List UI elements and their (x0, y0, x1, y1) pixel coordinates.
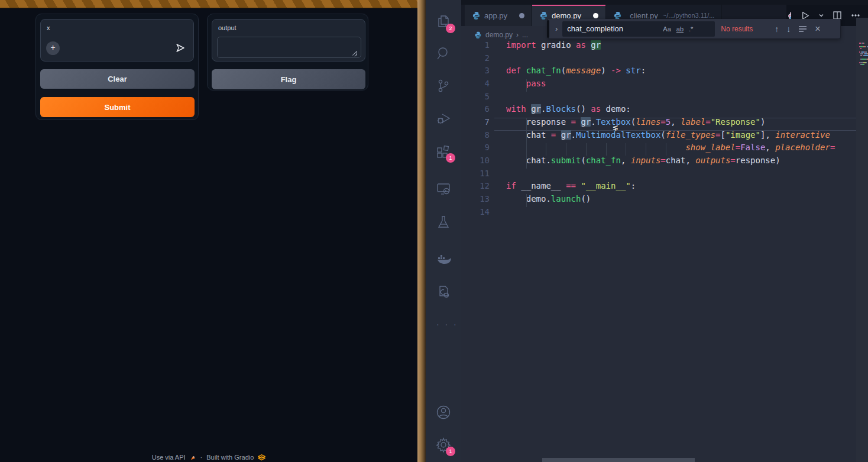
output-label: output (218, 24, 237, 31)
tab-app-py[interactable]: app.py (465, 5, 532, 26)
minimap-line (859, 57, 868, 58)
line-number: 7 (461, 117, 490, 130)
output-textarea[interactable] (217, 37, 361, 58)
find-input-box: Aa ab .* (562, 21, 715, 37)
code-line[interactable] (506, 169, 856, 182)
whole-word-button[interactable]: ab (676, 25, 684, 33)
resize-handle-icon[interactable] (352, 51, 357, 56)
python-icon (474, 31, 482, 39)
indent-guide (606, 143, 607, 156)
horizontal-scrollbar[interactable] (542, 458, 695, 462)
line-number: 2 (461, 53, 490, 66)
code-line[interactable] (506, 92, 856, 105)
gradio-app: x + Clear Submit output Flag Use via API… (0, 0, 417, 462)
minimap-line (859, 43, 868, 44)
account-icon[interactable] (435, 404, 452, 421)
run-dropdown-chevron-icon[interactable] (818, 12, 824, 18)
more-views-icon[interactable]: · · · (436, 319, 453, 336)
gradio-footer: Use via API · Built with Gradio (0, 454, 417, 461)
testing-beaker-icon[interactable] (435, 214, 452, 230)
find-in-selection-button[interactable] (798, 25, 807, 33)
code-line[interactable]: def chat_fn(message) -> str: (506, 66, 856, 79)
minimap-line (859, 64, 868, 65)
match-case-button[interactable]: Aa (663, 25, 671, 33)
breadcrumb-chevron-icon: › (516, 31, 519, 39)
gradio-loading-bar (0, 0, 417, 8)
window-divider[interactable] (417, 0, 426, 462)
find-previous-button[interactable]: ↑ (775, 24, 779, 34)
line-number: 8 (461, 130, 490, 143)
submit-button[interactable]: Submit (40, 97, 195, 117)
indent-guide (666, 143, 666, 156)
find-input[interactable] (562, 24, 663, 33)
extensions-badge: 1 (446, 153, 455, 163)
chrome-top-strip (461, 0, 868, 5)
built-with-gradio-link[interactable]: Built with Gradio (206, 454, 254, 461)
search-icon[interactable] (435, 45, 452, 62)
remote-explorer-icon[interactable] (435, 180, 452, 197)
breadcrumb-file[interactable]: demo.py (485, 31, 513, 39)
editor-area: app.py demo.py _client.py ~/.../python3.… (461, 0, 868, 462)
use-via-api-link[interactable]: Use via API (152, 454, 186, 461)
gradio-logo-icon (258, 454, 265, 461)
minimap[interactable] (856, 18, 868, 462)
find-widget-sash[interactable] (547, 20, 549, 38)
code-line[interactable]: if __name__ == "__main__": (506, 181, 856, 194)
find-widget: › Aa ab .* No results ↑ ↓ × (548, 19, 841, 39)
minimap-line (859, 62, 868, 63)
extensions-icon[interactable]: 1 (435, 143, 452, 160)
python-icon (472, 11, 481, 20)
explorer-icon[interactable]: 2 (435, 14, 452, 30)
code-line[interactable]: with gr.Blocks() as demo: (506, 104, 856, 117)
input-label: x (47, 24, 50, 31)
minimap-line (859, 48, 868, 49)
line-number: 12 (461, 181, 490, 194)
code-line[interactable]: response = gr.Textbox(lines=5, label="Re… (506, 117, 856, 130)
input-group: x + Clear Submit (35, 14, 199, 120)
code-line[interactable]: chat = gr.MultimodalTextbox(file_types=[… (506, 130, 856, 143)
minimap-line (859, 46, 868, 47)
cmake-tools-icon[interactable] (435, 284, 452, 301)
code-line[interactable] (506, 53, 856, 66)
breadcrumb-more[interactable]: ... (522, 31, 528, 39)
regex-button[interactable]: .* (689, 25, 693, 33)
tab-description: ~/.../python3.11/... (663, 12, 715, 19)
minimap-line (859, 50, 868, 51)
find-status: No results (721, 25, 767, 33)
docker-icon[interactable] (435, 251, 452, 268)
flag-button[interactable]: Flag (212, 69, 365, 89)
modified-dot-icon[interactable] (593, 13, 598, 18)
send-icon[interactable] (174, 42, 186, 54)
minimap-line (859, 44, 868, 46)
line-number: 14 (461, 207, 490, 220)
line-number: 10 (461, 156, 490, 169)
indent-guide (526, 194, 527, 207)
run-debug-icon[interactable] (435, 111, 452, 127)
add-file-button[interactable]: + (46, 41, 60, 55)
find-next-button[interactable]: ↓ (786, 24, 791, 34)
find-close-button[interactable]: × (815, 24, 820, 34)
code-line[interactable]: import gradio as gr (506, 40, 856, 53)
tab-label: app.py (484, 11, 507, 20)
minimap-line (859, 60, 868, 62)
line-number: 1 (461, 40, 490, 53)
indent-guide (526, 79, 527, 92)
minimap-content (859, 43, 868, 67)
code-line[interactable]: demo.launch() (506, 194, 856, 207)
line-number: 6 (461, 104, 490, 117)
settings-gear-icon[interactable]: 1 (435, 437, 452, 453)
code-line[interactable]: show_label=False, placeholder= (506, 143, 856, 156)
code-line[interactable]: chat.submit(chat_fn, inputs=chat, output… (506, 156, 856, 169)
indent-guide (566, 143, 566, 156)
code-lines[interactable]: import gradio as grdef chat_fn(message) … (506, 40, 856, 235)
multimodal-input-panel[interactable]: x + (40, 19, 194, 62)
source-control-icon[interactable] (435, 77, 452, 94)
clear-button[interactable]: Clear (40, 69, 195, 89)
code-line[interactable]: pass (506, 79, 856, 92)
settings-badge: 1 (446, 447, 455, 456)
code-line[interactable] (506, 207, 856, 220)
modified-dot-icon[interactable] (519, 13, 524, 18)
toggle-replace-chevron-icon[interactable]: › (555, 24, 558, 33)
indent-guide (526, 118, 527, 169)
footer-dot: · (200, 454, 203, 461)
